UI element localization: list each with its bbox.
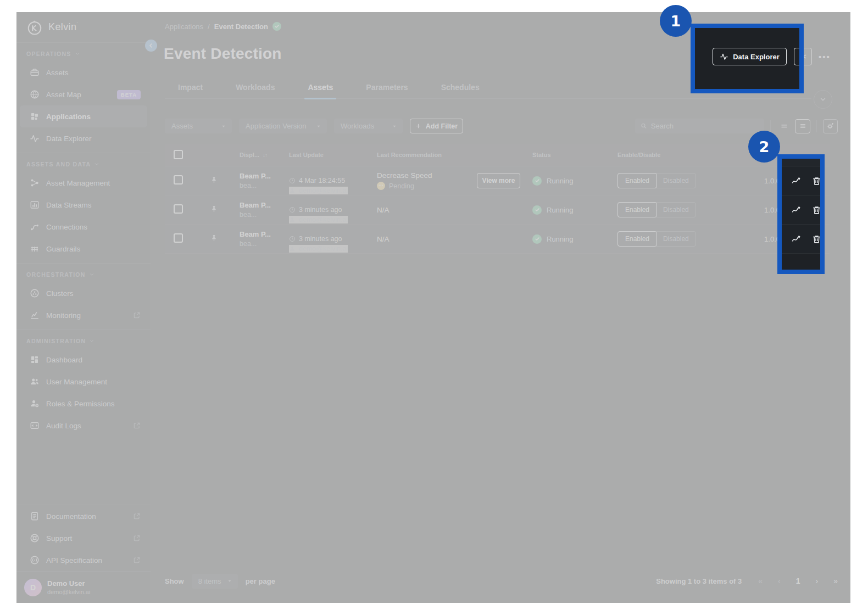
column-header-last-recommendation[interactable]: Last Recommendation	[377, 152, 532, 158]
sidebar-item-support[interactable]: Support	[20, 527, 147, 549]
current-page[interactable]: 1	[796, 577, 800, 585]
status-text: Running	[547, 177, 573, 185]
enabled-option[interactable]: Enabled	[617, 202, 657, 217]
asset-id: bea...	[240, 182, 289, 189]
sidebar-item-assets[interactable]: Assets	[20, 62, 147, 83]
last-update-time: 3 minutes ago	[299, 235, 342, 243]
filter-application-version-dropdown[interactable]: Application Version	[239, 119, 327, 133]
pin-icon[interactable]	[210, 234, 218, 242]
timeseries-chart-icon[interactable]	[791, 205, 802, 215]
tab-impact[interactable]: Impact	[177, 81, 204, 98]
sidebar-item-api-specification[interactable]: API Specification	[20, 549, 147, 571]
disabled-option[interactable]: Disabled	[656, 174, 695, 188]
sidebar-item-audit-logs[interactable]: Audit Logs	[20, 415, 147, 437]
sidebar-item-data-streams[interactable]: Data Streams	[20, 194, 147, 216]
app-settings-button[interactable]	[794, 48, 812, 65]
sort-icon[interactable]: ↓↑	[263, 152, 267, 158]
more-menu-button[interactable]: •••	[819, 52, 831, 62]
trash-icon[interactable]	[811, 205, 822, 215]
table-row: Beam P...bea... 3 minutes ago demo@kelvi…	[165, 195, 830, 225]
search-box[interactable]	[635, 119, 764, 133]
sidebar-item-user-management[interactable]: User Management	[20, 371, 147, 393]
filter-assets-dropdown[interactable]: Assets	[165, 119, 232, 133]
audit-logs-icon	[30, 421, 40, 431]
view-condensed-button[interactable]	[777, 119, 791, 133]
divider	[816, 120, 817, 132]
trash-icon[interactable]	[811, 234, 822, 244]
row-checkbox[interactable]	[174, 233, 183, 243]
sidebar-collapse-button[interactable]	[145, 40, 157, 52]
view-more-button[interactable]: View more	[477, 173, 520, 188]
pin-icon[interactable]	[210, 205, 218, 213]
api-specification-icon	[30, 555, 40, 565]
section-assets-and-data[interactable]: ASSETS AND DATA	[16, 153, 151, 172]
table-settings-button[interactable]	[823, 119, 838, 133]
chevron-left-icon	[148, 42, 154, 49]
row-checkbox[interactable]	[174, 204, 183, 214]
asset-id: bea...	[240, 240, 289, 248]
asset-name[interactable]: Beam P...	[240, 201, 289, 209]
enabled-option[interactable]: Enabled	[617, 173, 657, 188]
timeseries-chart-icon[interactable]	[791, 176, 802, 186]
sidebar-item-data-explorer[interactable]: Data Explorer	[20, 127, 147, 149]
sidebar-item-clusters[interactable]: Clusters	[20, 282, 147, 304]
breadcrumb-parent[interactable]: Applications	[165, 23, 203, 31]
app-version: 1.0.0	[710, 177, 786, 185]
column-header-last-update[interactable]: Last Update	[289, 152, 377, 158]
documentation-icon	[30, 511, 40, 521]
pin-icon[interactable]	[210, 176, 218, 184]
enabled-option[interactable]: Enabled	[617, 231, 657, 247]
sidebar-item-documentation[interactable]: Documentation	[20, 505, 147, 527]
sidebar-item-label: Data Explorer	[46, 135, 92, 143]
select-all-checkbox[interactable]	[174, 150, 183, 159]
section-operations[interactable]: OPERATIONS	[16, 43, 151, 62]
user-menu[interactable]: D Demo User demo@kelvin.ai	[16, 571, 151, 603]
asset-name[interactable]: Beam P...	[240, 172, 289, 180]
last-update-user: demo@kelvin.ai	[299, 187, 348, 194]
recommendation-title: Decrease Speed	[377, 171, 432, 180]
sidebar-item-dashboard[interactable]: Dashboard	[20, 349, 147, 371]
column-header-status[interactable]: Status	[532, 152, 617, 158]
search-input[interactable]	[651, 122, 759, 130]
tab-schedules[interactable]: Schedules	[440, 81, 481, 98]
collapse-header-button[interactable]	[814, 90, 832, 109]
recommendation-title: N/A	[377, 206, 390, 214]
view-list-button[interactable]	[795, 119, 810, 133]
column-header-display-name[interactable]: Displ...↓↑	[240, 152, 289, 158]
disabled-option[interactable]: Disabled	[656, 232, 695, 246]
data-explorer-button[interactable]: Data Explorer	[713, 48, 787, 65]
add-filter-button[interactable]: Add Filter	[410, 119, 463, 133]
asset-management-icon	[30, 178, 40, 188]
sidebar-item-asset-management[interactable]: Asset Management	[20, 172, 147, 194]
person-icon	[289, 216, 296, 223]
asset-name[interactable]: Beam P...	[240, 230, 289, 238]
sidebar-item-connections[interactable]: Connections	[20, 216, 147, 238]
tab-parameters[interactable]: Parameters	[365, 81, 409, 98]
timeseries-chart-icon[interactable]	[791, 234, 802, 244]
filter-workloads-dropdown[interactable]: Workloads	[334, 119, 403, 133]
next-page-button[interactable]: ›	[816, 577, 819, 585]
prev-page-button[interactable]: ‹	[778, 577, 781, 585]
section-administration[interactable]: ADMINISTRATION	[16, 330, 151, 349]
external-link-icon	[133, 556, 141, 564]
sidebar-item-monitoring[interactable]: Monitoring	[20, 304, 147, 326]
asset-map-icon	[30, 90, 40, 99]
row-checkbox[interactable]	[174, 175, 183, 185]
sidebar-item-applications[interactable]: Applications	[20, 105, 147, 127]
tab-workloads[interactable]: Workloads	[235, 81, 276, 98]
sidebar-item-guardrails[interactable]: Guardrails	[20, 238, 147, 260]
section-orchestration[interactable]: ORCHESTRATION	[16, 264, 151, 282]
tab-assets[interactable]: Assets	[307, 81, 334, 98]
disabled-option[interactable]: Disabled	[656, 203, 695, 217]
column-header-enable-disable[interactable]: Enable/Disable	[617, 152, 710, 158]
table-row: Beam P...bea... 3 minutes ago demo@kelvi…	[165, 225, 830, 254]
running-status-icon	[532, 234, 542, 244]
last-page-button[interactable]: »	[833, 577, 838, 585]
first-page-button[interactable]: «	[758, 577, 763, 585]
page-size-dropdown[interactable]: 8 items	[192, 574, 238, 589]
sidebar-item-asset-map[interactable]: Asset MapBETA	[20, 83, 147, 105]
sidebar-item-label: Data Streams	[46, 201, 92, 209]
caret-down-icon	[392, 124, 397, 129]
trash-icon[interactable]	[811, 176, 822, 186]
sidebar-item-roles-permissions[interactable]: Roles & Permissions	[20, 393, 147, 415]
